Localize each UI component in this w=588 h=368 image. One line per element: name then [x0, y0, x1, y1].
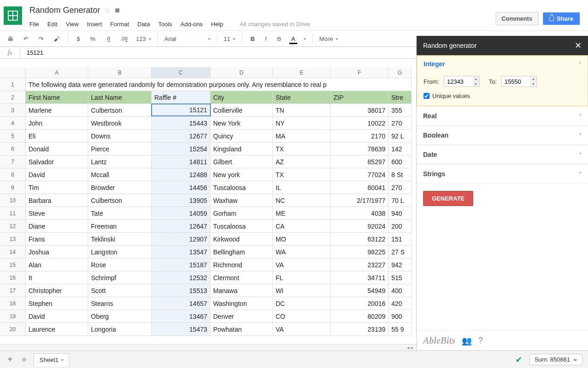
cell[interactable]: Collierville [210, 104, 273, 117]
cell[interactable]: Donald [26, 143, 88, 155]
cell[interactable]: Tim [26, 181, 88, 194]
cell[interactable]: 942 [389, 259, 412, 271]
cell[interactable]: 2170 [331, 130, 389, 143]
cell[interactable]: John [26, 117, 88, 130]
explore-icon[interactable]: ✔ [515, 355, 522, 365]
cell[interactable]: AZ [273, 155, 331, 168]
cell[interactable]: 78639 [331, 143, 389, 155]
star-icon[interactable]: ☆ [104, 5, 111, 15]
menu-addons[interactable]: Add-ons [181, 21, 203, 28]
column-header[interactable]: B [88, 67, 152, 78]
cell[interactable]: Christopher [26, 284, 88, 297]
cell[interactable]: 55 9 [389, 323, 412, 336]
percent-button[interactable]: % [88, 34, 97, 43]
cell[interactable]: 14059 [152, 207, 210, 220]
cell[interactable]: 63122 [331, 233, 389, 246]
cell[interactable]: 15513 [152, 284, 210, 297]
column-header[interactable]: F [331, 67, 389, 78]
cell[interactable]: 13905 [152, 194, 210, 207]
comments-button[interactable]: Comments [496, 12, 538, 25]
cell[interactable]: Kingsland [210, 143, 273, 155]
folder-icon[interactable]: ■ [115, 6, 120, 15]
cell[interactable]: New york [210, 168, 273, 181]
cell[interactable]: Stearns [88, 297, 152, 310]
cell[interactable]: 70 L [389, 194, 412, 207]
cell[interactable]: 940 [389, 207, 412, 220]
cell[interactable]: Tate [88, 207, 152, 220]
cell[interactable]: 38017 [331, 104, 389, 117]
cell[interactable]: Downs [88, 130, 152, 143]
cell[interactable]: MO [273, 233, 331, 246]
cell[interactable]: Laurence [26, 323, 88, 336]
quicksum[interactable]: Sum: 850861◂▸ [530, 354, 582, 365]
cell[interactable]: Frans [26, 233, 88, 246]
table-header[interactable]: City [210, 91, 273, 104]
cell[interactable]: NY [273, 117, 331, 130]
cell[interactable]: TN [273, 104, 331, 117]
cell[interactable]: 12647 [152, 220, 210, 233]
cell[interactable]: Bellingham [210, 246, 273, 259]
cell[interactable]: 92 L [389, 130, 412, 143]
paint-format-icon[interactable]: 🖌 [52, 34, 62, 43]
cell[interactable]: Culbertson [88, 194, 152, 207]
all-sheets-button[interactable]: ≡ [20, 355, 28, 365]
menu-data[interactable]: Data [137, 21, 150, 28]
unique-values-checkbox[interactable] [424, 93, 430, 99]
cell[interactable]: David [26, 168, 88, 181]
cell[interactable]: VA [273, 323, 331, 336]
cell[interactable]: David [26, 310, 88, 323]
cell[interactable]: Pierce [88, 143, 152, 155]
horizontal-scrollbar[interactable]: ◂▸ [0, 344, 416, 351]
cell[interactable]: It [26, 271, 88, 284]
cell[interactable]: 12677 [152, 130, 210, 143]
menu-edit[interactable]: Edit [47, 21, 57, 28]
cell[interactable]: Mccall [88, 168, 152, 181]
cell[interactable]: 14456 [152, 181, 210, 194]
column-header[interactable]: E [273, 67, 331, 78]
spin-down-icon[interactable]: ▾ [530, 81, 537, 86]
table-header[interactable]: Last Name [88, 91, 152, 104]
undo-icon[interactable]: ↶ [22, 34, 30, 43]
cell[interactable]: 142 [389, 143, 412, 155]
table-header[interactable]: Stre [389, 91, 412, 104]
cell[interactable]: 13467 [152, 310, 210, 323]
cell[interactable]: Quincy [210, 130, 273, 143]
strikethrough-button[interactable]: S [275, 34, 283, 43]
cell[interactable]: Teklinski [88, 233, 152, 246]
cell[interactable]: Gorham [210, 207, 273, 220]
cell[interactable]: Lantz [88, 155, 152, 168]
boolean-section-header[interactable]: Boolean˅ [417, 126, 588, 145]
number-format-dropdown[interactable]: 123▾ [136, 35, 151, 42]
table-header[interactable]: Raffle # [152, 91, 210, 104]
cell[interactable]: 400 [389, 284, 412, 297]
cell[interactable]: 270 [389, 181, 412, 194]
menu-tools[interactable]: Tools [158, 21, 172, 28]
cell[interactable]: Longoria [88, 323, 152, 336]
cell[interactable]: Browder [88, 181, 152, 194]
cell[interactable]: 515 [389, 271, 412, 284]
cell[interactable]: CO [273, 310, 331, 323]
table-header[interactable]: ZIP [331, 91, 389, 104]
real-section-header[interactable]: Real˅ [417, 106, 588, 126]
cell[interactable]: Marlene [26, 104, 88, 117]
cell[interactable]: Washington [210, 297, 273, 310]
menu-view[interactable]: View [66, 21, 79, 28]
cell[interactable]: 15121 [151, 104, 211, 116]
cell[interactable]: 13547 [152, 246, 210, 259]
cell[interactable]: Schrimpf [88, 271, 152, 284]
print-icon[interactable]: 🖶 [6, 34, 15, 43]
cell[interactable]: 10022 [331, 117, 389, 130]
spin-up-icon[interactable]: ▴ [473, 76, 479, 81]
cell[interactable]: TX [273, 143, 331, 155]
strings-section-header[interactable]: Strings˅ [417, 164, 588, 184]
cell[interactable]: 200 [389, 220, 412, 233]
cell[interactable]: 15443 [152, 117, 210, 130]
font-size-dropdown[interactable]: 11▾ [224, 35, 235, 42]
close-icon[interactable]: ✕ [575, 40, 582, 51]
cell[interactable]: 20016 [331, 297, 389, 310]
cell[interactable]: 80209 [331, 310, 389, 323]
menu-file[interactable]: File [29, 21, 39, 28]
cell[interactable]: Stephen [26, 297, 88, 310]
table-header[interactable]: First Name [26, 91, 88, 104]
cell[interactable]: 420 [389, 297, 412, 310]
